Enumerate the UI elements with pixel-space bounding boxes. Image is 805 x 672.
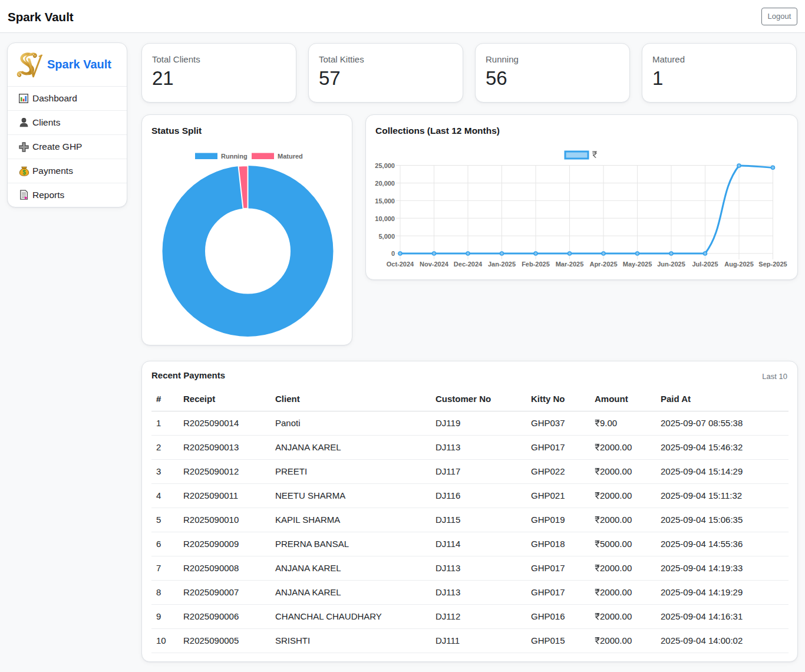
svg-text:0: 0: [391, 250, 395, 257]
svg-text:$: $: [22, 169, 26, 176]
svg-text:Apr-2025: Apr-2025: [589, 261, 617, 268]
svg-text:Jan-2025: Jan-2025: [488, 261, 516, 268]
svg-text:20,000: 20,000: [375, 180, 395, 187]
svg-text:Oct-2024: Oct-2024: [387, 261, 414, 268]
svg-text:Feb-2025: Feb-2025: [522, 261, 550, 268]
svg-text:Aug-2025: Aug-2025: [724, 261, 754, 268]
svg-text:May-2025: May-2025: [623, 261, 652, 268]
svg-text:5,000: 5,000: [378, 233, 395, 240]
svg-text:Matured: Matured: [278, 153, 303, 160]
svg-text:Running: Running: [221, 153, 248, 160]
svg-text:Sep-2025: Sep-2025: [758, 261, 787, 268]
svg-text:Nov-2024: Nov-2024: [420, 261, 449, 268]
svg-text:15,000: 15,000: [375, 197, 395, 205]
svg-text:25,000: 25,000: [375, 162, 395, 169]
svg-text:Mar-2025: Mar-2025: [556, 261, 584, 268]
svg-text:Jul-2025: Jul-2025: [692, 261, 718, 268]
svg-text:Dec-2024: Dec-2024: [454, 261, 483, 268]
svg-text:Jun-2025: Jun-2025: [657, 261, 685, 268]
svg-text:10,000: 10,000: [375, 215, 395, 222]
